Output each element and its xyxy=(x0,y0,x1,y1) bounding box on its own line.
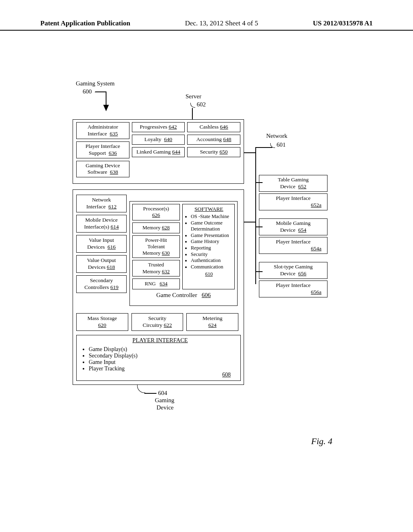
ref-604: 604 xyxy=(158,389,167,397)
table-player-interface: Player Interface652a xyxy=(259,193,327,210)
accounting: Accounting 648 xyxy=(187,135,240,145)
server-box: AdministratorInterface 635 Player Interf… xyxy=(73,119,244,184)
gc-title: Game Controller 606 xyxy=(132,292,235,299)
gaming-device-label-2: Device xyxy=(156,404,173,411)
network-label: Network xyxy=(266,132,288,139)
rng: RNG 634 xyxy=(132,278,180,289)
page: Patent Application Publication Dec. 13, … xyxy=(0,0,413,532)
loyalty: Loyalty 640 xyxy=(132,135,185,145)
pi-item: Secondary Display(s) xyxy=(89,353,237,359)
arrow-down-icon xyxy=(103,105,109,111)
sw-item: Reporting xyxy=(191,245,233,251)
mobile-player-interface: Player Interface654a xyxy=(259,237,327,254)
mass-storage: Mass Storage620 xyxy=(76,313,128,331)
gaming-device-label-1: Gaming xyxy=(155,397,174,404)
security-circuitry: SecurityCircuitry 622 xyxy=(131,313,184,331)
gaming-system-label: Gaming System xyxy=(76,80,115,87)
pi-item: Game Input xyxy=(89,359,237,366)
ref-600: 600 xyxy=(83,88,92,95)
mobile-gaming-pair: Mobile GamingDevice 654 Player Interface… xyxy=(259,218,327,254)
slot-player-interface: Player Interface656a xyxy=(259,281,327,297)
publication-number: US 2012/0315978 A1 xyxy=(313,19,373,27)
server-label: Server xyxy=(186,93,201,100)
player-interface-box: PLAYER INTERFACE Game Display(s) Seconda… xyxy=(76,335,241,381)
pi-item: Game Display(s) xyxy=(89,346,237,353)
mobile-device-interface: Mobile DeviceInterface(s) 614 xyxy=(76,215,127,233)
sw-item: OS -State Machine xyxy=(191,214,233,220)
admin-interface: AdministratorInterface 635 xyxy=(76,122,129,139)
page-header: Patent Application Publication Dec. 13, … xyxy=(0,19,413,31)
pi-item: Player Tracking xyxy=(89,366,237,372)
sw-item: Game History xyxy=(191,239,233,245)
sw-item: Communication xyxy=(191,264,233,270)
player-interface-support: Player InterfaceSupport 636 xyxy=(76,141,129,158)
sw-item: Game Outcome Determination xyxy=(191,220,233,233)
publication-label: Patent Application Publication xyxy=(40,19,130,27)
secondary-controllers: SecondaryControllers 619 xyxy=(76,275,127,293)
slot-gaming-pair: Slot-type GamingDevice 656 Player Interf… xyxy=(259,262,327,297)
table-gaming-pair: Table GamingDevice 652 Player Interface6… xyxy=(259,175,327,210)
table-gaming-device: Table GamingDevice 652 xyxy=(259,175,327,192)
cashless: Cashless 646 xyxy=(187,122,240,132)
progressives: Progressives 642 xyxy=(132,122,185,132)
powerhit-memory: Power-HitTolerantMemory 630 xyxy=(132,235,180,258)
processors: Processor(s)626 xyxy=(132,204,180,220)
gaming-device-box: NetworkInterface 612 Mobile DeviceInterf… xyxy=(73,189,244,385)
mobile-gaming-device: Mobile GamingDevice 654 xyxy=(259,218,327,235)
figure-caption: Fig. 4 xyxy=(311,436,332,447)
sw-item: Authentication xyxy=(191,258,233,264)
linked-gaming: Linked Gaming 644 xyxy=(132,147,185,157)
date-sheet: Dec. 13, 2012 Sheet 4 of 5 xyxy=(185,19,258,27)
ref-608: 608 xyxy=(222,372,231,378)
diagram: Gaming System 600 Server 602 Network 601… xyxy=(69,81,351,431)
software-box: SOFTWARE OS -State Machine Game Outcome … xyxy=(182,204,235,289)
metering: Metering624 xyxy=(186,313,238,331)
ref-601: 601 xyxy=(270,141,286,148)
value-input-devices: Value InputDevices 616 xyxy=(76,235,127,253)
value-output-devices: Value OutputDevices 618 xyxy=(76,255,127,273)
memory: Memory 628 xyxy=(132,222,180,233)
ref-610: 610 xyxy=(185,271,233,278)
ref-602: 602 xyxy=(190,101,206,108)
software-title: SOFTWARE xyxy=(185,206,233,213)
gaming-device-software: Gaming DeviceSoftware 638 xyxy=(76,161,129,178)
sw-item: Game Presentation xyxy=(191,233,233,239)
slot-gaming-device: Slot-type GamingDevice 656 xyxy=(259,262,327,279)
security-srv: Security 650 xyxy=(187,147,240,157)
game-controller-box: Processor(s)626 Memory 628 Power-HitTole… xyxy=(129,201,238,306)
network-interface: NetworkInterface 612 xyxy=(76,195,127,212)
pi-title: PLAYER INTERFACE xyxy=(83,337,237,344)
trusted-memory: TrustedMemory 632 xyxy=(132,260,180,276)
sw-item: Security xyxy=(191,251,233,258)
